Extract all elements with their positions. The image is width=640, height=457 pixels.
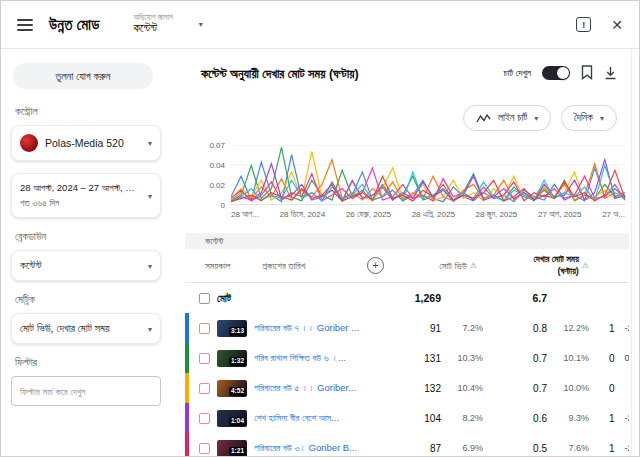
chart-type-value: লাইন চার্ট xyxy=(498,112,527,124)
control-section-label: কন্ট্রোল xyxy=(15,105,157,118)
download-icon[interactable] xyxy=(604,66,617,80)
chevron-down-icon: ▾ xyxy=(148,139,152,148)
total-views: 1,269 xyxy=(415,292,441,304)
y-tick-label: 0.04 xyxy=(209,160,225,169)
close-icon[interactable]: ✕ xyxy=(611,18,623,32)
chart-svg xyxy=(231,145,625,205)
table-row: 3:13পরিবারের বউ ৭ ।। Goriber ...917.2%0.… xyxy=(185,313,629,343)
chevron-down-icon: ▾ xyxy=(148,261,152,270)
video-thumbnail[interactable]: 1:32 xyxy=(217,350,247,367)
watch-time-value: 0.8 xyxy=(533,323,547,334)
channel-name: Polas-Media 520 xyxy=(45,137,138,149)
video-title-link[interactable]: পরিবারের বউ ৫ ।। Goriber... xyxy=(254,382,356,394)
youtube-studio-advanced-analytics: উন্নত মোড অভিযোগ জানান কন্টেন্ট ▾ ! ✕ তু… xyxy=(0,0,640,457)
metric-value: মোট ভিউ, দেখার মোট সময় xyxy=(20,322,138,335)
chevron-down-icon: ▾ xyxy=(199,20,203,29)
video-title-link[interactable]: পরিবারের বউ ৭ ।। Goriber ... xyxy=(254,322,359,334)
series-color-bar xyxy=(185,433,189,457)
watch-time-percent: 9.3% xyxy=(555,413,589,423)
video-title-link[interactable]: পরিবারের বউ ৩। Goriber B... xyxy=(254,442,357,454)
granularity-select[interactable]: দৈনিক ▾ xyxy=(561,105,617,131)
x-tick-label: 28 জুন, 2025 xyxy=(476,210,518,220)
series-color-bar xyxy=(185,373,189,403)
dimension-selector-value: কন্টেন্ট xyxy=(133,22,172,35)
watch-time-percent: 7.6% xyxy=(555,443,589,453)
views-value: 104 xyxy=(424,413,441,424)
topbar: উন্নত মোড অভিযোগ জানান কন্টেন্ট ▾ ! ✕ xyxy=(1,1,639,49)
video-thumbnail[interactable]: 1:04 xyxy=(217,410,247,427)
filter-search-input[interactable] xyxy=(11,376,161,406)
video-duration-badge: 1:32 xyxy=(229,357,246,366)
views-percent: 10.4% xyxy=(449,383,483,393)
total-label: মোট xyxy=(217,292,231,305)
add-comparison-button[interactable]: তুলনা যোগ করুন xyxy=(13,63,153,89)
date-range-selector[interactable]: 28 আগস্ট, 2024 – 27 আগস্ট, 2025 গত ৩৬৫ দ… xyxy=(11,173,161,218)
channel-selector[interactable]: Polas-Media 520 ▾ xyxy=(11,125,161,161)
video-duration-badge: 1:21 xyxy=(229,447,246,456)
row-checkbox[interactable] xyxy=(199,383,210,394)
chart-type-select[interactable]: লাইন চার্ট ▾ xyxy=(463,105,551,131)
channel-avatar xyxy=(20,134,38,152)
series-color-bar xyxy=(185,313,189,343)
total-watch-time: 6.7 xyxy=(532,292,547,304)
table-body: 3:13পরিবারের বউ ৭ ।। Goriber ...917.2%0.… xyxy=(185,313,629,457)
chart-view-controls: চার্ট দেখুন xyxy=(504,65,617,80)
column-header-period[interactable]: সময়কাল xyxy=(205,260,230,272)
table-row: 1:21পরিবারের বউ ৩। Goriber B...876.9%0.5… xyxy=(185,433,629,457)
menu-icon[interactable] xyxy=(17,19,33,31)
row-checkbox[interactable] xyxy=(199,323,210,334)
save-report-icon[interactable] xyxy=(581,65,593,80)
watch-time-value: 0.7 xyxy=(533,353,547,364)
table-row: 1:04শেখ হাসিনা বীর বেশে আস...1048.2%0.69… xyxy=(185,403,629,433)
y-tick-label: 0 xyxy=(221,201,225,210)
granularity-value: দৈনিক xyxy=(574,112,593,124)
total-row-checkbox[interactable] xyxy=(199,293,210,304)
column-header-views[interactable]: মোট ভিউ xyxy=(439,260,467,272)
y-tick-label: 0.07 xyxy=(209,141,225,150)
controls-sidebar: তুলনা যোগ করুন কন্ট্রোল Polas-Media 520 … xyxy=(1,49,171,456)
video-title-link[interactable]: শেখ হাসিনা বীর বেশে আস... xyxy=(254,412,339,424)
data-table: কন্টেন্ট সময়কাল প্রকাশের তারিখ মোট ভিউ … xyxy=(185,233,629,457)
row-checkbox[interactable] xyxy=(199,353,210,364)
chart-visibility-toggle[interactable] xyxy=(542,66,570,80)
y-tick-label: 0.02 xyxy=(209,180,225,189)
x-tick-label: 28 আগ... xyxy=(231,210,259,220)
filter-section-label: ফিল্টার xyxy=(15,356,157,369)
line-chart-icon xyxy=(476,113,491,124)
date-range-preset: গত ৩৬৫ দিন xyxy=(20,197,59,209)
warning-icon: ⚠ xyxy=(470,261,477,270)
column-header-publish-date[interactable]: প্রকাশের তারিখ xyxy=(262,260,305,272)
video-thumbnail[interactable]: 3:13 xyxy=(217,320,247,337)
watch-time-value: 0.7 xyxy=(533,383,547,394)
subscribers-delta: 0 xyxy=(625,353,629,363)
row-checkbox[interactable] xyxy=(199,413,210,424)
series-color-bar xyxy=(185,343,189,373)
row-checkbox[interactable] xyxy=(199,443,210,454)
breakdown-selector[interactable]: কন্টেন্ট ▾ xyxy=(11,250,161,281)
views-value: 87 xyxy=(430,443,441,454)
feedback-icon[interactable]: ! xyxy=(576,17,591,32)
watch-time-percent: 12.2% xyxy=(555,323,589,333)
dimension-selector[interactable]: অভিযোগ জানান কন্টেন্ট ▾ xyxy=(133,13,202,35)
subscribers-value: 0 xyxy=(609,383,615,394)
add-metric-button[interactable]: + xyxy=(367,257,384,274)
metric-section-label: মেট্রিক xyxy=(15,293,157,306)
table-row: 1:32গরিব রাখাল শিক্ষিত বউ ৬ ।...13110.3%… xyxy=(185,343,629,373)
column-header-watch-time[interactable]: দেখার মোট সময় (ঘণ্টায়) xyxy=(517,254,579,277)
video-thumbnail[interactable]: 4:52 xyxy=(217,380,247,397)
subscribers-value: 1 xyxy=(609,323,615,334)
views-percent: 10.3% xyxy=(449,353,483,363)
video-thumbnail[interactable]: 1:21 xyxy=(217,440,247,457)
report-area: কন্টেন্ট অনুযায়ী দেখার মোট সময় (ঘণ্টায… xyxy=(171,49,639,456)
chevron-down-icon: ▾ xyxy=(148,191,152,200)
metric-selector[interactable]: মোট ভিউ, দেখার মোট সময় ▾ xyxy=(11,313,161,344)
video-duration-badge: 1:04 xyxy=(229,417,246,426)
subscribers-delta: -2 xyxy=(625,323,629,333)
scrollbar-track[interactable] xyxy=(631,49,632,456)
views-value: 91 xyxy=(430,323,441,334)
table-row: 4:52পরিবারের বউ ৫ ।। Goriber...13210.4%0… xyxy=(185,373,629,403)
chevron-down-icon: ▾ xyxy=(600,114,604,123)
y-axis-labels: 0.070.040.020 xyxy=(189,145,225,205)
table-total-row: মোট 1,269 6.7 xyxy=(185,283,629,313)
video-title-link[interactable]: গরিব রাখাল শিক্ষিত বউ ৬ ।... xyxy=(254,352,346,364)
